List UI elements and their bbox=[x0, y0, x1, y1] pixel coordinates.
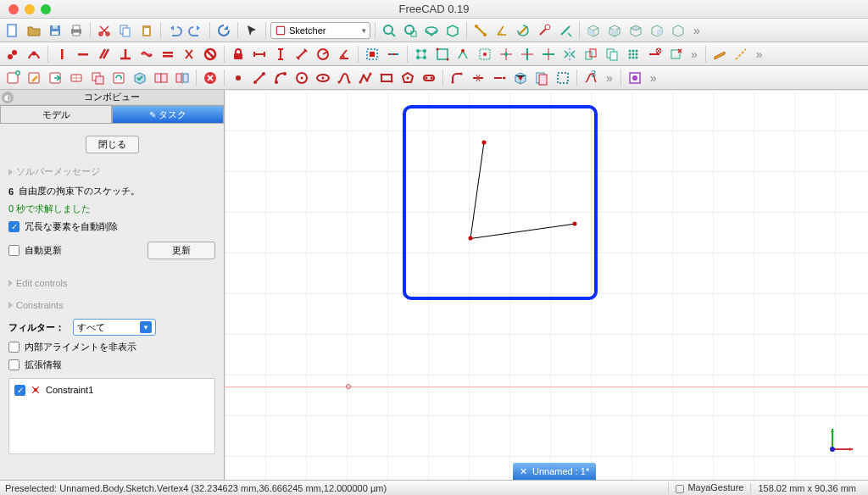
constrain-coincident-button[interactable] bbox=[3, 45, 22, 64]
constrain-vertical-distance-button[interactable] bbox=[271, 45, 290, 64]
extend-edge-button[interactable] bbox=[490, 69, 509, 87]
document-tab[interactable]: ✕ Unnamed : 1* bbox=[513, 463, 596, 480]
constrain-distance-button[interactable] bbox=[292, 45, 311, 64]
toolbar-overflow-3[interactable]: » bbox=[753, 47, 766, 61]
datum-line-button[interactable] bbox=[732, 45, 750, 64]
toggle-construction-button[interactable] bbox=[363, 45, 381, 64]
mirror-sketch-button[interactable] bbox=[173, 69, 192, 87]
sketch-vertex-1[interactable] bbox=[469, 236, 473, 241]
section-solver-messages[interactable]: ソルバーメッセージ bbox=[8, 165, 215, 178]
constrain-parallel-button[interactable] bbox=[95, 45, 114, 64]
constraint-visibility-checkbox[interactable]: ✓ bbox=[14, 385, 25, 396]
constrain-radius-button[interactable] bbox=[314, 45, 332, 64]
toggle-driving-button[interactable] bbox=[384, 45, 403, 64]
measure-angle-button[interactable] bbox=[492, 21, 511, 40]
3d-view[interactable]: ✕ Unnamed : 1* bbox=[225, 90, 868, 480]
carbon-copy-button[interactable] bbox=[532, 69, 551, 87]
constrain-perpendicular-button[interactable] bbox=[116, 45, 135, 64]
section-edit-controls[interactable]: Edit controls bbox=[8, 278, 215, 288]
create-conic-button[interactable] bbox=[314, 69, 332, 87]
update-button[interactable]: 更新 bbox=[147, 242, 215, 259]
constrain-symmetric-button[interactable] bbox=[180, 45, 198, 64]
select-vertical-axis-button[interactable] bbox=[518, 45, 537, 64]
task-close-button[interactable]: 閉じる bbox=[86, 136, 139, 153]
filter-select[interactable]: すべて▼ bbox=[73, 319, 156, 336]
select-horizontal-axis-button[interactable] bbox=[539, 45, 558, 64]
copy-button[interactable] bbox=[116, 21, 135, 40]
create-polygon-button[interactable] bbox=[398, 69, 417, 87]
create-point-button[interactable] bbox=[229, 69, 248, 87]
constraint-item[interactable]: ✓ Constraint1 bbox=[13, 382, 211, 398]
measure-toggle-button[interactable] bbox=[556, 21, 575, 40]
zoom-selection-button[interactable] bbox=[401, 21, 420, 40]
select-origin-button[interactable] bbox=[497, 45, 515, 64]
paste-button[interactable] bbox=[137, 21, 156, 40]
create-line-button[interactable] bbox=[250, 69, 269, 87]
toolbar-overflow-4[interactable]: » bbox=[603, 71, 616, 85]
draw-style-button[interactable] bbox=[422, 21, 441, 40]
create-slot-button[interactable] bbox=[420, 69, 438, 87]
measure-distance-button[interactable] bbox=[471, 21, 490, 40]
symmetry-button[interactable] bbox=[560, 45, 579, 64]
measure-clear-button[interactable] bbox=[535, 21, 554, 40]
sketch-vertex-2[interactable] bbox=[482, 141, 487, 145]
close-shape-button[interactable] bbox=[433, 45, 452, 64]
validate-sketch-button[interactable] bbox=[131, 69, 149, 87]
bounding-box-button[interactable] bbox=[443, 21, 462, 40]
undo-button[interactable] bbox=[165, 21, 184, 40]
measure-refresh-button[interactable] bbox=[514, 21, 532, 40]
leave-sketch-button[interactable] bbox=[46, 69, 64, 87]
rectangular-array-button[interactable] bbox=[624, 45, 643, 64]
panel-menu-button[interactable]: ◐ bbox=[2, 92, 14, 103]
constrain-equal-button[interactable] bbox=[159, 45, 177, 64]
create-rectangle-button[interactable] bbox=[377, 69, 396, 87]
zoom-fit-button[interactable] bbox=[380, 21, 398, 40]
constrain-angle-button[interactable] bbox=[335, 45, 353, 64]
stop-operation-button[interactable] bbox=[201, 69, 220, 87]
constrain-horizontal-distance-button[interactable] bbox=[250, 45, 269, 64]
constrain-vertical-button[interactable] bbox=[53, 45, 71, 64]
toolbar-overflow-5[interactable]: » bbox=[647, 71, 660, 85]
create-polyline-button[interactable] bbox=[356, 69, 375, 87]
show-hide-bspline-degree-button[interactable]: 3 bbox=[581, 69, 600, 87]
new-sketch-button[interactable] bbox=[3, 69, 22, 87]
close-tab-button[interactable]: ✕ bbox=[520, 466, 527, 477]
tab-model[interactable]: モデル bbox=[0, 105, 112, 124]
view-sketch-button[interactable] bbox=[67, 69, 86, 87]
select-dof-button[interactable] bbox=[412, 45, 431, 64]
create-arc-button[interactable] bbox=[271, 69, 290, 87]
constrain-horizontal-button[interactable] bbox=[74, 45, 92, 64]
extended-info-checkbox[interactable] bbox=[8, 359, 19, 370]
delete-constraints-button[interactable] bbox=[645, 45, 664, 64]
copy-sketch-button[interactable] bbox=[603, 45, 621, 64]
external-geometry-button[interactable] bbox=[511, 69, 530, 87]
workbench-selector[interactable]: Sketcher ▾ bbox=[270, 22, 370, 39]
save-document-button[interactable] bbox=[46, 21, 64, 40]
view-isometric-button[interactable] bbox=[584, 21, 603, 40]
refresh-button[interactable] bbox=[214, 21, 233, 40]
toolbar-overflow-1[interactable]: » bbox=[690, 24, 704, 37]
toggle-construction-geom-button[interactable] bbox=[554, 69, 572, 87]
constrain-tangent-button[interactable] bbox=[137, 45, 156, 64]
switch-virtual-space-button[interactable] bbox=[626, 69, 644, 87]
print-button[interactable] bbox=[67, 21, 86, 40]
view-right-button[interactable] bbox=[648, 21, 666, 40]
section-constraints[interactable]: Constraints bbox=[8, 300, 215, 310]
clone-button[interactable] bbox=[581, 45, 600, 64]
edit-sketch-button[interactable] bbox=[25, 69, 43, 87]
tab-task[interactable]: ✎タスク bbox=[112, 105, 224, 124]
new-document-button[interactable] bbox=[3, 21, 22, 40]
map-sketch-button[interactable] bbox=[88, 69, 107, 87]
view-top-button[interactable] bbox=[626, 21, 645, 40]
datum-plane-button[interactable] bbox=[710, 45, 729, 64]
hide-internal-alignment-checkbox[interactable] bbox=[8, 342, 19, 353]
view-front-button[interactable] bbox=[605, 21, 624, 40]
cursor-button[interactable] bbox=[242, 21, 261, 40]
constrain-lock-button[interactable] bbox=[229, 45, 248, 64]
toolbar-overflow-2[interactable]: » bbox=[687, 47, 701, 61]
reorient-sketch-button[interactable] bbox=[109, 69, 128, 87]
sketch-vertex-3[interactable] bbox=[573, 222, 577, 226]
create-bspline-button[interactable] bbox=[335, 69, 353, 87]
create-circle-button[interactable] bbox=[292, 69, 311, 87]
merge-sketch-button[interactable] bbox=[152, 69, 170, 87]
